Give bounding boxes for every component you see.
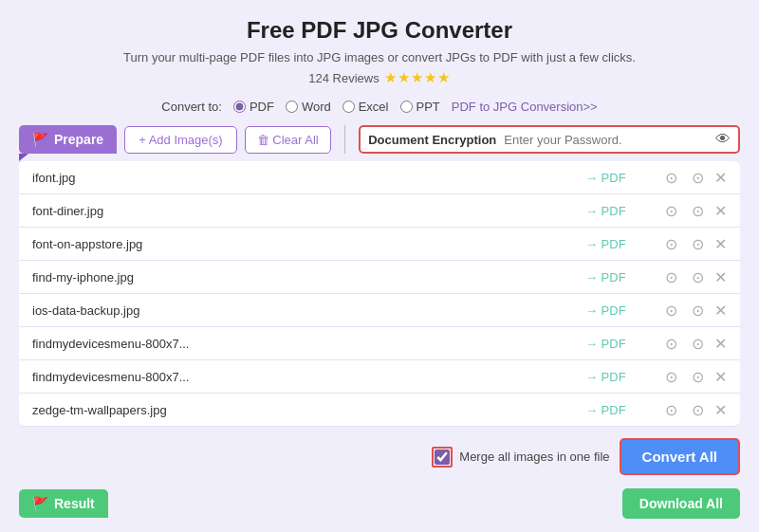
page-title: Free PDF JPG Converter [247,17,512,44]
circle-up-btn[interactable]: ⊙ [661,267,680,286]
file-target: → PDF [585,303,661,318]
radio-pdf[interactable] [233,101,246,113]
file-name: find-my-iphone.jpg [32,270,585,284]
remove-btn[interactable]: ✕ [714,169,727,187]
file-target: → PDF [585,171,661,185]
file-target: → PDF [585,204,661,218]
flag-icon-result: 🚩 [32,496,48,511]
prepare-badge: 🚩 Prepare [19,125,117,154]
convert-to-row: Convert to: PDF Word Excel PPT PDF to JP… [161,100,597,114]
encryption-section: Document Encryption 👁 [359,125,740,154]
file-name: font-diner.jpg [32,204,585,218]
encryption-label: Document Encryption [368,133,496,147]
pdf-jpg-link[interactable]: PDF to JPG Conversion>> [452,100,598,114]
table-row: font-diner.jpg → PDF ⊙ ⊙ ✕ [19,194,740,228]
result-label: Result [54,496,95,511]
table-row: find-my-iphone.jpg → PDF ⊙ ⊙ ✕ [19,261,740,294]
table-row: font-on-appstore.jpg → PDF ⊙ ⊙ ✕ [19,228,740,261]
file-list: ifont.jpg → PDF ⊙ ⊙ ✕ font-diner.jpg → P… [19,161,740,427]
remove-btn[interactable]: ✕ [714,401,727,419]
file-name: findmydevicesmenu-800x7... [32,337,585,351]
circle-down-btn[interactable]: ⊙ [688,168,707,187]
radio-ppt[interactable] [400,101,413,113]
remove-btn[interactable]: ✕ [714,368,727,386]
convert-all-button[interactable]: Convert All [620,438,740,475]
row-actions: ⊙ ⊙ ✕ [661,267,727,286]
remove-btn[interactable]: ✕ [714,302,727,320]
result-badge: 🚩 Result [19,489,108,518]
row-actions: ⊙ ⊙ ✕ [661,301,727,320]
table-row: ios-data-backup.jpg → PDF ⊙ ⊙ ✕ [19,294,740,327]
radio-excel[interactable] [342,101,355,113]
circle-up-btn[interactable]: ⊙ [661,201,680,220]
clear-all-button[interactable]: 🗑 Clear All [245,126,331,154]
circle-down-btn[interactable]: ⊙ [688,400,707,419]
file-target: → PDF [585,237,661,251]
toolbar-row: 🚩 Prepare + Add Image(s) 🗑 Clear All Doc… [19,125,740,154]
reviews-row: 124 Reviews ★★★★★ [308,69,450,86]
file-name: font-on-appstore.jpg [32,237,585,251]
prepare-label: Prepare [54,132,103,147]
circle-up-btn[interactable]: ⊙ [661,234,680,253]
file-target: → PDF [585,370,661,384]
stars: ★★★★★ [384,69,451,86]
circle-up-btn[interactable]: ⊙ [661,400,680,419]
row-actions: ⊙ ⊙ ✕ [661,234,727,253]
circle-down-btn[interactable]: ⊙ [688,301,707,320]
merge-checkbox-wrapper [432,447,453,468]
file-name: findmydevicesmenu-800x7... [32,370,585,384]
circle-up-btn[interactable]: ⊙ [661,334,680,353]
file-name: ifont.jpg [32,171,585,185]
download-all-button[interactable]: Download All [622,488,740,519]
option-word[interactable]: Word [286,100,331,114]
page: Free PDF JPG Converter Turn your multi-p… [0,0,759,532]
merge-section: Merge all images in one file [432,447,609,468]
password-input[interactable] [504,133,708,147]
circle-up-btn[interactable]: ⊙ [661,301,680,320]
circle-down-btn[interactable]: ⊙ [688,234,707,253]
file-name: ios-data-backup.jpg [32,303,585,318]
file-target: → PDF [585,403,661,417]
row-actions: ⊙ ⊙ ✕ [661,334,727,353]
file-target: → PDF [585,337,661,351]
merge-label: Merge all images in one file [459,449,609,464]
file-name: zedge-tm-wallpapers.jpg [32,403,585,417]
table-row: ifont.jpg → PDF ⊙ ⊙ ✕ [19,161,740,194]
row-actions: ⊙ ⊙ ✕ [661,168,727,187]
circle-down-btn[interactable]: ⊙ [688,334,707,353]
flag-icon: 🚩 [32,132,48,147]
result-row: 🚩 Result Download All [19,488,740,519]
reviews-text: 124 Reviews [308,71,379,85]
circle-up-btn[interactable]: ⊙ [661,367,680,386]
table-row: findmydevicesmenu-800x7... → PDF ⊙ ⊙ ✕ [19,360,740,394]
page-subtitle: Turn your multi-page PDF files into JPG … [123,50,636,64]
file-target: → PDF [585,270,661,284]
remove-btn[interactable]: ✕ [714,235,727,253]
circle-up-btn[interactable]: ⊙ [661,168,680,187]
circle-down-btn[interactable]: ⊙ [688,367,707,386]
radio-word[interactable] [286,101,298,113]
table-row: zedge-tm-wallpapers.jpg → PDF ⊙ ⊙ ✕ [19,394,740,427]
merge-checkbox[interactable] [435,449,450,465]
circle-down-btn[interactable]: ⊙ [688,267,707,286]
option-pdf[interactable]: PDF [233,100,274,114]
remove-btn[interactable]: ✕ [714,335,727,353]
row-actions: ⊙ ⊙ ✕ [661,400,727,419]
option-excel[interactable]: Excel [342,100,389,114]
option-ppt[interactable]: PPT [400,100,440,114]
row-actions: ⊙ ⊙ ✕ [661,367,727,386]
table-row: findmydevicesmenu-800x7... → PDF ⊙ ⊙ ✕ [19,327,740,360]
add-images-button[interactable]: + Add Image(s) [124,126,237,154]
bottom-row: Merge all images in one file Convert All [19,438,740,475]
convert-to-label: Convert to: [161,100,222,114]
row-actions: ⊙ ⊙ ✕ [661,201,727,220]
circle-down-btn[interactable]: ⊙ [688,201,707,220]
remove-btn[interactable]: ✕ [714,268,727,286]
remove-btn[interactable]: ✕ [714,202,727,220]
toolbar-separator [344,125,346,154]
eye-icon[interactable]: 👁 [715,131,731,148]
